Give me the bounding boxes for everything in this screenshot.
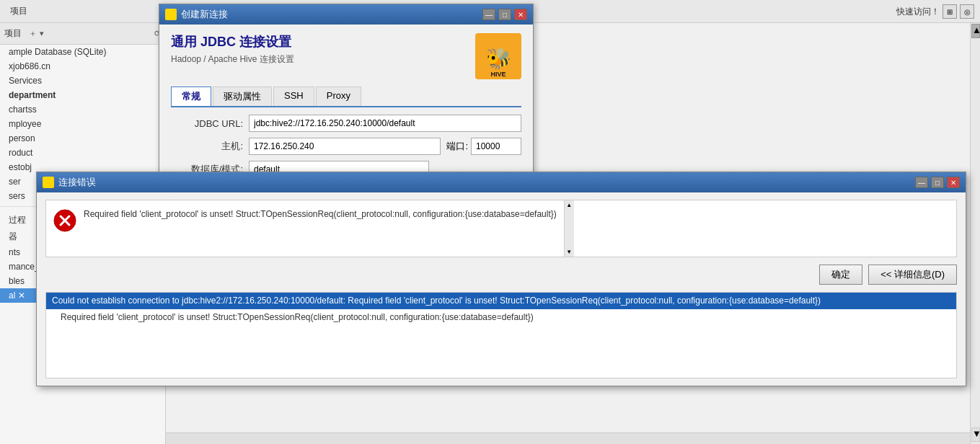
error-minimize-button[interactable]: — <box>915 177 928 188</box>
host-label: 主机: <box>171 140 243 153</box>
titlebar-controls: — □ ✕ <box>482 9 527 20</box>
error-titlebar-controls: — □ ✕ <box>915 177 960 188</box>
main-scrollbar[interactable]: ▲ ▼ <box>970 23 980 444</box>
error-log: Could not establish connection to jdbc:h… <box>45 292 957 378</box>
confirm-button[interactable]: 确定 <box>819 265 862 285</box>
scrollbar-thumb-top[interactable]: ▲ <box>971 24 980 38</box>
scrollbar-thumb-bottom[interactable]: ▼ <box>971 427 980 442</box>
toolbar-icon-2[interactable]: ◎ <box>960 4 974 19</box>
create-dialog-title: 创建新连接 <box>181 8 228 21</box>
error-log-row-1: Required field 'client_protocol' is unse… <box>46 309 956 326</box>
error-dialog-buttons: 确定 << 详细信息(D) <box>45 265 957 285</box>
sidebar-item-1[interactable]: xjob686.cn <box>0 59 165 74</box>
error-message-line: Required field 'client_protocol' is unse… <box>84 208 557 221</box>
sidebar-item-services[interactable]: Services <box>0 74 165 88</box>
host-input[interactable] <box>249 138 441 155</box>
sidebar-item-department[interactable]: department <box>0 88 165 102</box>
dialog-tabs: 常规 驱动属性 SSH Proxy <box>171 86 521 107</box>
sidebar-project-label: 项目 <box>4 27 22 40</box>
host-port-row: 主机: 端口: <box>171 138 521 155</box>
sidebar-item-employee[interactable]: mployee <box>0 117 165 131</box>
minimize-button[interactable]: — <box>482 9 495 20</box>
quick-access-label: 快速访问！ <box>896 6 940 18</box>
error-dialog-title: 连接错误 <box>58 176 96 189</box>
toolbar-right: 快速访问！ ⊞ ◎ <box>896 0 974 23</box>
error-maximize-button[interactable]: □ <box>931 177 944 188</box>
dialog-title-left: 创建新连接 <box>165 8 228 21</box>
error-message-text: Required field 'client_protocol' is unse… <box>84 208 557 221</box>
sidebar-toolbar: 项目 ＋ ▾ ⟳ <box>0 23 165 45</box>
error-message-area: Required field 'client_protocol' is unse… <box>45 200 957 257</box>
maximize-button[interactable]: □ <box>498 9 511 20</box>
error-log-row-0[interactable]: Could not establish connection to jdbc:h… <box>46 293 956 309</box>
tab-ssh[interactable]: SSH <box>273 86 314 106</box>
error-msg-scrollbar[interactable]: ▲ ▼ <box>564 200 574 257</box>
error-close-button[interactable]: ✕ <box>947 177 960 188</box>
dialog-header-text: 通用 JDBC 连接设置 Hadoop / Apache Hive 连接设置 <box>171 33 294 66</box>
hive-logo: 🐝 HIVE <box>475 33 521 79</box>
error-dialog-titlebar: 连接错误 — □ ✕ <box>37 172 966 192</box>
dialog-subheading: Hadoop / Apache Hive 连接设置 <box>171 53 294 66</box>
jdbc-url-input[interactable] <box>249 115 521 132</box>
scroll-down-icon[interactable]: ▼ <box>565 249 574 257</box>
error-dialog-body: Required field 'client_protocol' is unse… <box>37 192 966 386</box>
sidebar-item-chartss[interactable]: chartss <box>0 102 165 117</box>
jdbc-url-row: JDBC URL: <box>171 115 521 132</box>
hive-logo-svg: 🐝 HIVE <box>475 33 521 79</box>
port-label: 端口: <box>446 140 468 153</box>
tab-driver-props[interactable]: 驱动属性 <box>213 86 272 106</box>
sidebar-item-person[interactable]: person <box>0 131 165 146</box>
dialog-title-icon <box>165 9 177 20</box>
dialog-heading: 通用 JDBC 连接设置 <box>171 33 294 50</box>
tab-proxy[interactable]: Proxy <box>316 86 361 106</box>
toolbar-project-label: 项目 <box>6 4 32 19</box>
error-title-icon <box>43 177 54 188</box>
sidebar-item-0[interactable]: ample Database (SQLite) <box>0 45 165 59</box>
dialog-header: 通用 JDBC 连接设置 Hadoop / Apache Hive 连接设置 🐝… <box>171 33 521 79</box>
svg-text:HIVE: HIVE <box>490 71 506 78</box>
sidebar-add-btn[interactable]: ＋ <box>29 28 37 39</box>
svg-text:🐝: 🐝 <box>486 47 511 71</box>
toolbar-icon-1[interactable]: ⊞ <box>943 4 957 19</box>
details-button[interactable]: << 详细信息(D) <box>868 265 957 285</box>
sidebar-item-product[interactable]: roduct <box>0 146 165 160</box>
create-connection-dialog: 创建新连接 — □ ✕ 通用 JDBC 连接设置 Hadoop / Apache… <box>159 4 534 193</box>
jdbc-url-label: JDBC URL: <box>171 118 243 129</box>
close-button[interactable]: ✕ <box>514 9 527 20</box>
error-title-left: 连接错误 <box>43 176 96 189</box>
scroll-up-icon[interactable]: ▲ <box>565 200 574 208</box>
sidebar-arrow-btn[interactable]: ▾ <box>40 29 44 38</box>
error-icon <box>53 209 76 232</box>
port-input[interactable] <box>471 138 521 155</box>
tab-general[interactable]: 常规 <box>171 86 211 106</box>
create-dialog-titlebar: 创建新连接 — □ ✕ <box>159 4 533 25</box>
error-dialog: 连接错误 — □ ✕ Required field 'client_protoc… <box>36 172 966 386</box>
status-bar <box>166 432 970 444</box>
create-dialog-body: 通用 JDBC 连接设置 Hadoop / Apache Hive 连接设置 🐝… <box>159 25 533 192</box>
